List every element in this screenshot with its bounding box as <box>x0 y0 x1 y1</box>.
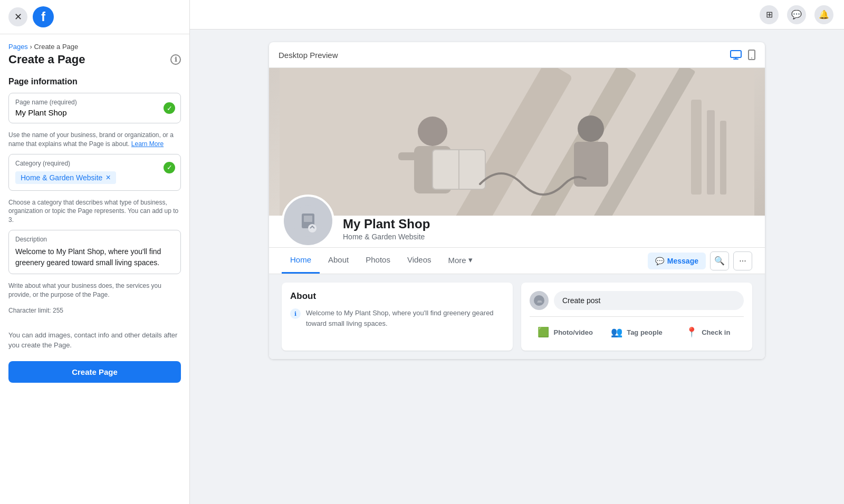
svg-rect-16 <box>707 110 715 195</box>
about-info-icon: ℹ <box>290 308 301 319</box>
page-nav: Home About Photos Videos More ▾ 💬 Messag… <box>269 248 765 274</box>
svg-rect-14 <box>574 142 608 187</box>
search-icon: 🔍 <box>714 256 725 266</box>
right-panel: ⊞ 💬 🔔 Desktop Preview <box>190 0 844 504</box>
add-images-hint: You can add images, contact info and oth… <box>0 319 189 355</box>
about-card-title: About <box>290 291 504 302</box>
nav-tabs: Home About Photos Videos More ▾ <box>282 248 481 274</box>
description-value: Welcome to My Plant Shop, where you'll f… <box>15 246 174 268</box>
category-remove-icon[interactable]: × <box>106 173 110 182</box>
check-in-button[interactable]: 📍 Check in <box>673 322 744 342</box>
check-in-icon: 📍 <box>686 326 697 338</box>
tab-photos[interactable]: Photos <box>357 248 399 274</box>
description-field[interactable]: Description Welcome to My Plant Shop, wh… <box>8 230 181 274</box>
breadcrumb: Pages › Create a Page <box>0 34 189 53</box>
svg-rect-15 <box>691 100 702 195</box>
more-nav-button[interactable]: ··· <box>733 251 752 270</box>
message-button[interactable]: 💬 Message <box>648 253 706 269</box>
svg-point-7 <box>418 117 447 146</box>
svg-point-2 <box>751 57 752 59</box>
page-category: Home & Garden Website <box>343 232 430 241</box>
tag-people-icon: 👥 <box>611 326 622 338</box>
notification-icon: 🔔 <box>819 9 829 20</box>
messenger-icon-button[interactable]: 💬 <box>787 5 806 24</box>
tab-more[interactable]: More ▾ <box>440 248 481 274</box>
cover-photo <box>269 68 765 216</box>
char-limit: Character limit: 255 <box>0 305 189 319</box>
grid-icon-button[interactable]: ⊞ <box>760 5 779 24</box>
breadcrumb-pages-link[interactable]: Pages <box>8 43 28 51</box>
svg-rect-20 <box>304 216 312 222</box>
right-content: Desktop Preview <box>190 30 844 504</box>
page-name-section: My Plant Shop Home & Garden Website <box>343 217 430 247</box>
photo-icon: 🟩 <box>538 326 549 338</box>
profile-pic-inner <box>284 197 332 245</box>
page-name-label: Page name (required) <box>15 99 174 106</box>
svg-point-21 <box>308 224 316 232</box>
grid-icon: ⊞ <box>766 9 773 20</box>
nav-actions: 💬 Message 🔍 ··· <box>648 251 752 270</box>
description-label: Description <box>15 236 174 243</box>
search-nav-button[interactable]: 🔍 <box>710 251 729 270</box>
chevron-down-icon: ▾ <box>468 255 473 265</box>
category-check-icon: ✓ <box>164 162 175 173</box>
preview-container: Desktop Preview <box>269 42 765 359</box>
page-body: About ℹ Welcome to My Plant Shop, where … <box>269 274 765 359</box>
description-hint: Write about what your business does, the… <box>0 278 189 305</box>
about-description: Welcome to My Plant Shop, where you'll f… <box>306 308 504 328</box>
close-button[interactable]: ✕ <box>8 7 27 26</box>
preview-view-icons <box>730 50 755 60</box>
messenger-icon: 💬 <box>791 9 802 20</box>
messenger-small-icon: 💬 <box>655 257 664 265</box>
create-post-bar: Create post <box>530 291 744 310</box>
tab-home[interactable]: Home <box>282 248 320 274</box>
ellipsis-icon: ··· <box>739 256 746 266</box>
svg-point-13 <box>578 115 604 142</box>
create-post-card: Create post 🟩 Photo/video 👥 Tag people <box>521 283 752 351</box>
page-name-field[interactable]: Page name (required) ✓ <box>8 93 181 123</box>
facebook-logo: f <box>33 6 54 27</box>
desktop-view-icon[interactable] <box>730 50 742 60</box>
create-page-button[interactable]: Create Page <box>8 361 181 383</box>
tab-about[interactable]: About <box>320 248 357 274</box>
page-name-check-icon: ✓ <box>164 102 175 114</box>
create-post-input[interactable]: Create post <box>554 291 744 310</box>
sidebar-top-bar: ✕ f <box>0 0 189 34</box>
cover-illustration <box>269 68 765 216</box>
preview-header: Desktop Preview <box>269 42 765 68</box>
notification-icon-button[interactable]: 🔔 <box>814 5 833 24</box>
category-label: Category (required) <box>15 160 174 167</box>
close-icon: ✕ <box>14 11 22 23</box>
tag-people-button[interactable]: 👥 Tag people <box>601 322 672 342</box>
svg-rect-17 <box>720 121 726 195</box>
fb-page-preview: My Plant Shop Home & Garden Website Home… <box>269 68 765 359</box>
about-card: About ℹ Welcome to My Plant Shop, where … <box>282 283 513 351</box>
page-name-input[interactable] <box>15 108 174 117</box>
left-sidebar: ✕ f Pages › Create a Page Create a Page … <box>0 0 190 504</box>
mobile-view-icon[interactable] <box>748 50 755 60</box>
page-title: Create a Page ℹ <box>0 53 189 73</box>
category-tag: Home & Garden Website × <box>15 171 116 184</box>
category-field[interactable]: Category (required) Home & Garden Websit… <box>8 154 181 191</box>
tab-videos[interactable]: Videos <box>399 248 440 274</box>
category-hint: Choose a category that describes what ty… <box>0 195 189 230</box>
about-row: ℹ Welcome to My Plant Shop, where you'll… <box>290 308 504 328</box>
section-title: Page information <box>0 73 189 93</box>
post-actions: 🟩 Photo/video 👥 Tag people 📍 Check in <box>530 316 744 342</box>
page-name: My Plant Shop <box>343 217 430 231</box>
svg-rect-0 <box>731 51 741 57</box>
page-name-hint: Use the name of your business, brand or … <box>0 128 189 154</box>
svg-rect-9 <box>398 152 419 160</box>
preview-title: Desktop Preview <box>279 51 338 60</box>
page-info-section: My Plant Shop Home & Garden Website <box>269 216 765 248</box>
learn-more-link[interactable]: Learn More <box>131 140 164 148</box>
photo-video-button[interactable]: 🟩 Photo/video <box>530 322 601 342</box>
post-profile-icon <box>530 291 549 310</box>
top-bar: ⊞ 💬 🔔 <box>190 0 844 30</box>
profile-pic <box>282 195 334 247</box>
info-icon[interactable]: ℹ <box>170 54 181 65</box>
